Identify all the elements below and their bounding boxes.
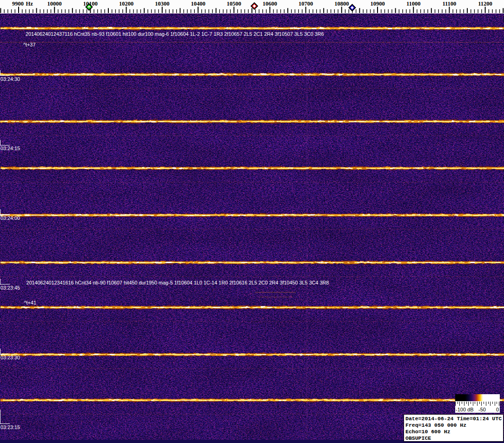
svg-text:10900: 10900 xyxy=(370,0,385,7)
svg-text:9900: 9900 xyxy=(12,0,24,7)
svg-text:11100: 11100 xyxy=(442,0,456,7)
svg-text:10400: 10400 xyxy=(191,0,205,7)
svg-text:10300: 10300 xyxy=(155,0,169,7)
svg-text:10500: 10500 xyxy=(227,0,241,7)
svg-text:Hz: Hz xyxy=(26,0,33,7)
svg-text:11000: 11000 xyxy=(406,0,421,7)
svg-text:10600: 10600 xyxy=(263,0,277,7)
svg-text:11200: 11200 xyxy=(478,0,492,7)
svg-text:10200: 10200 xyxy=(119,0,133,7)
svg-text:10700: 10700 xyxy=(298,0,313,7)
svg-text:10000: 10000 xyxy=(47,0,62,7)
svg-text:10800: 10800 xyxy=(334,0,349,7)
